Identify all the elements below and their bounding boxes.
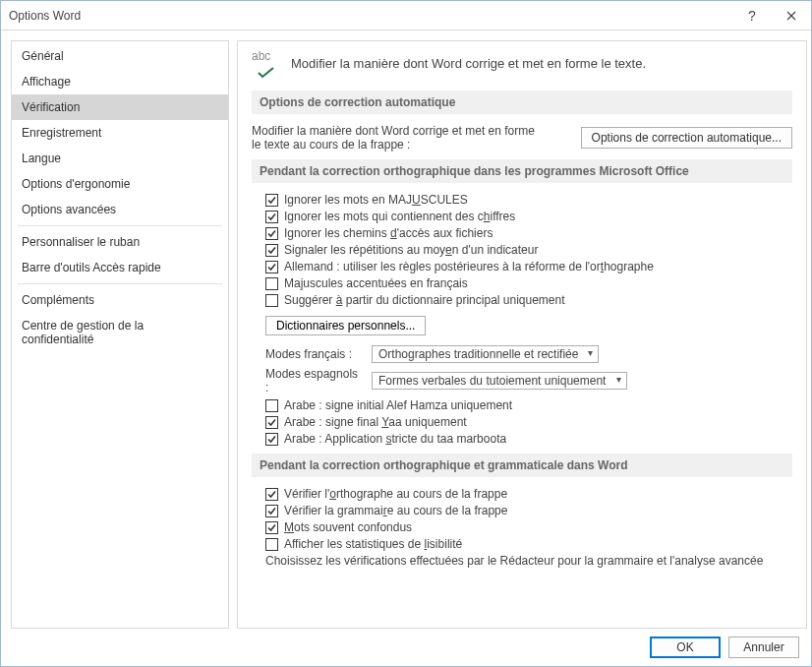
autocorrect-row: Modifier la manière dont Word corrige et… bbox=[252, 124, 792, 152]
checkbox[interactable] bbox=[265, 505, 278, 517]
checkbox[interactable] bbox=[265, 294, 278, 307]
spanish-mode-select[interactable]: Formes verbales du tutoiement uniquement bbox=[372, 372, 627, 390]
ok-button[interactable]: OK bbox=[650, 637, 721, 658]
sidebar-item[interactable]: Centre de gestion de la confidentialité bbox=[12, 313, 228, 352]
help-button[interactable]: ? bbox=[732, 1, 772, 30]
spelling-checks-group: Ignorer les mots en MAJUSCULESIgnorer le… bbox=[252, 193, 792, 307]
section-spelling-header: Pendant la correction orthographique dan… bbox=[252, 159, 792, 183]
spanish-mode-row: Modes espagnols : Formes verbales du tut… bbox=[265, 367, 792, 394]
sidebar-item[interactable]: Enregistrement bbox=[12, 120, 228, 146]
checkbox-label: Arabe : Application stricte du taa marbo… bbox=[284, 432, 506, 446]
checkbox[interactable] bbox=[265, 416, 278, 429]
checkbox-row: Allemand : utiliser les règles postérieu… bbox=[265, 260, 792, 273]
checkbox-label: Allemand : utiliser les règles postérieu… bbox=[284, 260, 654, 273]
spanish-mode-label: Modes espagnols : bbox=[265, 367, 364, 394]
checkbox-row: Ignorer les mots qui contiennent des chi… bbox=[265, 210, 792, 223]
page-header: abc Modifier la manière dont Word corrig… bbox=[252, 51, 792, 75]
checkbox[interactable] bbox=[265, 433, 278, 446]
close-icon bbox=[786, 11, 796, 21]
french-mode-row: Modes français : Orthographes traditionn… bbox=[265, 345, 792, 363]
proofing-icon: abc bbox=[252, 51, 279, 75]
checkbox-row: Vérifier la grammaire au cours de la fra… bbox=[265, 504, 792, 517]
checkbox[interactable] bbox=[265, 244, 278, 257]
checkbox-row: Suggérer à partir du dictionnaire princi… bbox=[265, 293, 792, 307]
checkbox-label: Mots souvent confondus bbox=[284, 520, 412, 534]
checkbox-row: Vérifier l'orthographe au cours de la fr… bbox=[265, 487, 792, 501]
dialog-footer: OK Annuler bbox=[1, 629, 811, 666]
options-dialog: Options Word ? GénéralAffichageVérificat… bbox=[0, 0, 812, 667]
spanish-mode-value: Formes verbales du tutoiement uniquement bbox=[378, 374, 606, 388]
sidebar-separator bbox=[18, 283, 222, 284]
sidebar-separator bbox=[18, 225, 222, 226]
checkbox-label: Arabe : signe final Yaa uniquement bbox=[284, 415, 467, 429]
french-mode-label: Modes français : bbox=[265, 347, 364, 361]
checkbox-row: Afficher les statistiques de lisibilité bbox=[265, 537, 792, 551]
checkbox-label: Vérifier la grammaire au cours de la fra… bbox=[284, 504, 507, 517]
dialog-title: Options Word bbox=[9, 9, 732, 23]
checkbox-label: Signaler les répétitions au moyen d'un i… bbox=[284, 243, 538, 257]
checkbox-label: Suggérer à partir du dictionnaire princi… bbox=[284, 293, 565, 307]
checkbox-row: Ignorer les mots en MAJUSCULES bbox=[265, 193, 792, 207]
checkbox-row: Arabe : signe final Yaa uniquement bbox=[265, 415, 792, 429]
checkbox-label: Arabe : signe initial Alef Hamza uniquem… bbox=[284, 398, 512, 412]
sidebar-item[interactable]: Langue bbox=[12, 146, 228, 171]
truncated-text: Choisissez les vérifications effectuées … bbox=[265, 554, 792, 568]
checkbox-label: Ignorer les mots qui contiennent des chi… bbox=[284, 210, 515, 223]
abc-text: abc bbox=[252, 49, 270, 63]
checkbox[interactable] bbox=[265, 521, 278, 534]
word-checks-group: Vérifier l'orthographe au cours de la fr… bbox=[252, 487, 792, 551]
sidebar-item[interactable]: Vérification bbox=[12, 94, 228, 120]
sidebar-item[interactable]: Options avancées bbox=[12, 197, 228, 222]
checkbox-row: Ignorer les chemins d'accès aux fichiers bbox=[265, 226, 792, 240]
arabic-checks-group: Arabe : signe initial Alef Hamza uniquem… bbox=[252, 398, 792, 446]
category-sidebar: GénéralAffichageVérificationEnregistreme… bbox=[11, 40, 229, 629]
sidebar-item[interactable]: Personnaliser le ruban bbox=[12, 229, 228, 255]
page-subtitle: Modifier la manière dont Word corrige et… bbox=[291, 56, 646, 71]
content-scroll[interactable]: abc Modifier la manière dont Word corrig… bbox=[238, 41, 806, 628]
checkbox[interactable] bbox=[265, 488, 278, 501]
sidebar-item[interactable]: Affichage bbox=[12, 69, 228, 94]
checkbox[interactable] bbox=[265, 277, 278, 290]
checkbox[interactable] bbox=[265, 211, 278, 223]
checkbox[interactable] bbox=[265, 399, 278, 412]
content-panel: abc Modifier la manière dont Word corrig… bbox=[237, 40, 807, 629]
sidebar-item[interactable]: Options d'ergonomie bbox=[12, 171, 228, 197]
checkbox-label: Ignorer les mots en MAJUSCULES bbox=[284, 193, 468, 207]
close-button[interactable] bbox=[772, 1, 811, 30]
cancel-button[interactable]: Annuler bbox=[728, 637, 799, 658]
checkbox-label: Majuscules accentuées en français bbox=[284, 276, 468, 290]
checkbox[interactable] bbox=[265, 194, 278, 207]
checkbox[interactable] bbox=[265, 227, 278, 240]
checkbox-label: Vérifier l'orthographe au cours de la fr… bbox=[284, 487, 507, 501]
sidebar-item[interactable]: Compléments bbox=[12, 287, 228, 313]
checkbox[interactable] bbox=[265, 538, 278, 551]
checkbox[interactable] bbox=[265, 261, 278, 273]
checkbox-row: Signaler les répétitions au moyen d'un i… bbox=[265, 243, 792, 257]
section-word-header: Pendant la correction orthographique et … bbox=[252, 454, 792, 477]
checkbox-row: Arabe : signe initial Alef Hamza uniquem… bbox=[265, 398, 792, 412]
checkbox-label: Ignorer les chemins d'accès aux fichiers bbox=[284, 226, 493, 240]
french-mode-value: Orthographes traditionnelle et rectifiée bbox=[378, 347, 578, 361]
custom-dictionaries-button[interactable]: Dictionnaires personnels... bbox=[265, 316, 426, 335]
autocorrect-options-button[interactable]: Options de correction automatique... bbox=[581, 127, 792, 149]
checkbox-row: Arabe : Application stricte du taa marbo… bbox=[265, 432, 792, 446]
sidebar-item[interactable]: Général bbox=[12, 43, 228, 69]
checkbox-label: Afficher les statistiques de lisibilité bbox=[284, 537, 462, 551]
checkbox-row: Mots souvent confondus bbox=[265, 520, 792, 534]
titlebar: Options Word ? bbox=[1, 1, 811, 30]
dialog-body: GénéralAffichageVérificationEnregistreme… bbox=[1, 30, 811, 629]
checkbox-row: Majuscules accentuées en français bbox=[265, 276, 792, 290]
section-autocorrect-header: Options de correction automatique bbox=[252, 91, 792, 114]
autocorrect-desc: Modifier la manière dont Word corrige et… bbox=[252, 124, 547, 152]
french-mode-select[interactable]: Orthographes traditionnelle et rectifiée bbox=[372, 345, 599, 363]
sidebar-item[interactable]: Barre d'outils Accès rapide bbox=[12, 255, 228, 280]
